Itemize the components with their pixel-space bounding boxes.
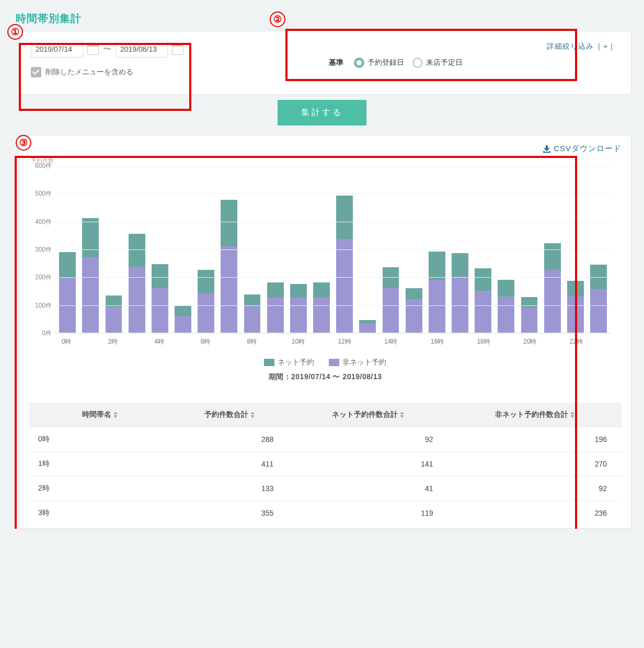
radio-icon xyxy=(412,58,423,68)
bar-segment-non-net xyxy=(544,270,561,333)
bar[interactable] xyxy=(336,196,353,333)
bar-segment-non-net xyxy=(336,239,353,333)
bar[interactable] xyxy=(152,264,168,333)
bar-segment-net xyxy=(336,196,353,239)
bar-slot xyxy=(472,268,494,333)
bar[interactable] xyxy=(475,268,491,333)
bar[interactable] xyxy=(267,282,284,333)
bar-segment-net xyxy=(244,294,261,306)
aggregate-button[interactable]: 集計する xyxy=(278,100,366,126)
filter-left: 〜 削除したメニューを含める xyxy=(31,41,313,77)
col-net[interactable]: ネット予約件数合計 xyxy=(288,403,447,427)
bar[interactable] xyxy=(244,294,261,333)
cell-hour: 2時 xyxy=(29,476,171,501)
x-tick: 18時 xyxy=(472,337,495,346)
x-tick: 22時 xyxy=(565,337,588,346)
bar[interactable] xyxy=(452,253,468,333)
col-non[interactable]: 非ネット予約件数合計 xyxy=(448,403,622,427)
x-tick xyxy=(263,337,286,346)
bar-segment-net xyxy=(198,270,214,293)
bar[interactable] xyxy=(567,281,584,333)
date-to-input[interactable] xyxy=(116,41,168,58)
y-tick: 300件 xyxy=(29,245,52,254)
calendar-icon[interactable] xyxy=(87,43,99,55)
bar-segment-non-net xyxy=(359,323,376,333)
y-tick: 100件 xyxy=(29,301,52,310)
bar[interactable] xyxy=(313,282,330,333)
x-tick: 10時 xyxy=(286,337,309,346)
col-hour[interactable]: 時間帯名 xyxy=(29,403,171,427)
bar-segment-non-net xyxy=(590,289,607,333)
x-tick: 6時 xyxy=(194,337,217,346)
bar-slot xyxy=(102,295,125,333)
x-tick: 2時 xyxy=(101,337,124,346)
cell-net: 92 xyxy=(288,427,447,452)
plot-area: 0件100件200件300件400件500件600件 xyxy=(55,166,611,333)
table-row: 1時411141270 xyxy=(29,452,622,476)
bar[interactable] xyxy=(359,320,376,333)
table-row: 3時355119236 xyxy=(29,501,622,526)
calendar-icon[interactable] xyxy=(172,43,183,55)
bar[interactable] xyxy=(406,288,422,333)
result-card: CSVダウンロード 予約件数 0件100件200件300件400件500件600… xyxy=(19,135,631,529)
page-title: 時間帯別集計 xyxy=(0,0,644,31)
y-tick: 600件 xyxy=(29,162,52,170)
bar[interactable] xyxy=(221,200,237,333)
swatch-icon xyxy=(329,359,339,366)
bar[interactable] xyxy=(590,265,607,333)
x-tick xyxy=(78,337,101,346)
basis-option-label: 予約登録日 xyxy=(367,58,404,67)
x-tick xyxy=(356,337,379,346)
bar-slot xyxy=(448,253,472,333)
x-tick: 4時 xyxy=(147,337,170,346)
bar[interactable] xyxy=(498,280,514,333)
bar-segment-net xyxy=(567,281,584,296)
bar-segment-net xyxy=(59,252,76,278)
bar-segment-net xyxy=(475,268,491,291)
bar-segment-non-net xyxy=(244,306,261,333)
checkmark-icon[interactable] xyxy=(31,67,41,77)
bar[interactable] xyxy=(129,234,145,333)
bar[interactable] xyxy=(544,243,561,333)
basis-row: 基準 予約登録日 来店予定日 xyxy=(329,58,619,68)
bar-slot xyxy=(148,264,171,333)
bar-slot xyxy=(217,200,240,333)
bar[interactable] xyxy=(290,284,307,333)
bar[interactable] xyxy=(106,295,122,333)
cell-non: 270 xyxy=(448,452,622,476)
period-label: 期間：2019/07/14 〜 2019/08/13 xyxy=(29,372,622,382)
marker-2: ② xyxy=(270,12,285,27)
bar-segment-net xyxy=(290,284,307,298)
bar[interactable] xyxy=(59,252,76,333)
cell-non: 196 xyxy=(448,427,622,452)
radio-icon xyxy=(354,58,364,68)
bar[interactable] xyxy=(429,252,445,333)
bar[interactable] xyxy=(198,270,214,333)
bar-segment-non-net xyxy=(290,298,307,333)
bar-segment-net xyxy=(406,288,422,299)
bar-segment-non-net xyxy=(429,280,445,333)
bar-segment-net xyxy=(544,243,561,270)
advanced-filter-link[interactable]: 詳細絞り込み［＋］ xyxy=(329,41,619,58)
bar-segment-non-net xyxy=(313,298,330,333)
y-tick: 200件 xyxy=(29,273,52,282)
bar-slot xyxy=(541,243,564,333)
date-from-input[interactable] xyxy=(31,41,83,58)
bar[interactable] xyxy=(175,305,191,333)
csv-download-label: CSVダウンロード xyxy=(554,144,622,154)
basis-option-registered[interactable]: 予約登録日 xyxy=(354,58,404,68)
bar[interactable] xyxy=(521,297,538,333)
basis-option-label: 来店予定日 xyxy=(426,58,463,67)
cell-net: 41 xyxy=(288,476,447,501)
include-deleted-row[interactable]: 削除したメニューを含める xyxy=(31,67,313,77)
csv-download-link[interactable]: CSVダウンロード xyxy=(29,144,622,154)
bar-segment-non-net xyxy=(152,288,168,333)
basis-option-visit[interactable]: 来店予定日 xyxy=(412,58,463,68)
bar-segment-non-net xyxy=(198,293,214,333)
bar-segment-net xyxy=(498,280,514,297)
col-total[interactable]: 予約件数合計 xyxy=(171,403,288,427)
x-ticks: 0時2時4時6時8時10時12時14時16時18時20時22時 xyxy=(55,337,611,346)
bar-segment-non-net xyxy=(129,267,145,333)
download-icon xyxy=(543,145,550,153)
bar[interactable] xyxy=(82,218,99,333)
